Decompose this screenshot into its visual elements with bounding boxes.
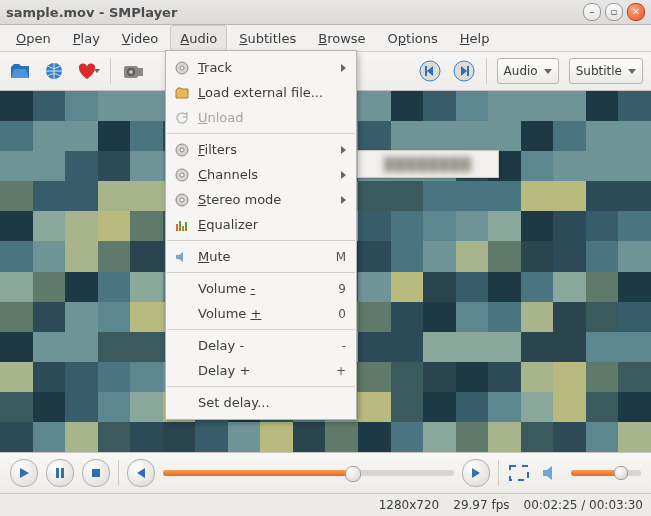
menu-open[interactable]: Open xyxy=(6,25,61,51)
disc-icon xyxy=(174,142,190,158)
menu-options[interactable]: Options xyxy=(378,25,448,51)
maximize-button[interactable]: ▫ xyxy=(605,3,623,21)
rewind-button[interactable] xyxy=(127,459,155,487)
status-resolution: 1280x720 xyxy=(379,498,440,512)
menu-bar: Open Play Video Audio Subtitles Browse O… xyxy=(0,25,651,52)
disc-icon xyxy=(174,60,190,76)
menu-browse[interactable]: Browse xyxy=(308,25,375,51)
skip-forward-icon[interactable] xyxy=(452,59,476,83)
separator xyxy=(498,460,499,486)
svg-rect-12 xyxy=(510,466,528,480)
submenu-arrow-icon xyxy=(341,171,346,179)
volume-slider[interactable] xyxy=(571,470,641,476)
menu-item-set-delay[interactable]: Set delay... xyxy=(166,390,356,415)
svg-rect-6 xyxy=(425,66,427,76)
svg-rect-11 xyxy=(92,469,100,477)
seek-thumb[interactable] xyxy=(345,466,361,482)
seek-slider[interactable] xyxy=(163,470,454,476)
svg-point-3 xyxy=(129,70,133,74)
menu-item-mute[interactable]: MuteM xyxy=(166,244,356,269)
window-title: sample.mov - SMPlayer xyxy=(6,5,177,20)
fullscreen-icon[interactable] xyxy=(507,461,531,485)
title-bar: sample.mov - SMPlayer – ▫ ✕ xyxy=(0,0,651,25)
svg-rect-22 xyxy=(179,221,181,231)
reload-icon xyxy=(174,110,190,126)
close-button[interactable]: ✕ xyxy=(627,3,645,21)
status-time: 00:02:25 / 00:03:30 xyxy=(524,498,643,512)
svg-rect-24 xyxy=(185,222,187,231)
disc-icon xyxy=(174,167,190,183)
equalizer-icon xyxy=(174,217,190,233)
mute-icon xyxy=(174,249,190,265)
chevron-down-icon xyxy=(544,69,552,74)
separator xyxy=(110,58,111,84)
svg-point-18 xyxy=(180,173,184,177)
svg-rect-8 xyxy=(467,66,469,76)
play-button[interactable] xyxy=(10,459,38,487)
menu-item-track[interactable]: Track xyxy=(166,55,356,80)
status-fps: 29.97 fps xyxy=(453,498,509,512)
status-bar: 1280x720 29.97 fps 00:02:25 / 00:03:30 xyxy=(0,493,651,516)
forward-button[interactable] xyxy=(462,459,490,487)
audio-select-label: Audio xyxy=(504,64,538,78)
submenu-arrow-icon xyxy=(341,64,346,72)
subtitle-select-label: Subtitle xyxy=(576,64,622,78)
open-url-icon[interactable] xyxy=(42,59,66,83)
submenu-arrow-icon xyxy=(341,196,346,204)
menu-item-delay-down[interactable]: Delay -- xyxy=(166,333,356,358)
menu-item-delay-up[interactable]: Delay ++ xyxy=(166,358,356,383)
svg-point-20 xyxy=(180,198,184,202)
svg-rect-9 xyxy=(56,468,59,478)
svg-point-16 xyxy=(180,148,184,152)
menu-subtitles[interactable]: Subtitles xyxy=(229,25,306,51)
menu-item-channels[interactable]: Channels xyxy=(166,162,356,187)
svg-rect-10 xyxy=(61,468,64,478)
menu-help[interactable]: Help xyxy=(450,25,500,51)
svg-rect-23 xyxy=(182,226,184,231)
submenu-arrow-icon xyxy=(341,146,346,154)
minimize-button[interactable]: – xyxy=(583,3,601,21)
menu-item-load-external[interactable]: Load external file... xyxy=(166,80,356,105)
audio-menu: Track Load external file... Unload Filte… xyxy=(165,50,357,420)
separator xyxy=(486,58,487,84)
volume-thumb[interactable] xyxy=(614,466,628,480)
subtitle-select-button[interactable]: Subtitle xyxy=(569,58,643,84)
playback-controls xyxy=(0,452,651,493)
chevron-down-icon xyxy=(628,69,636,74)
menu-item-filters[interactable]: Filters xyxy=(166,137,356,162)
svg-rect-4 xyxy=(138,68,143,76)
menu-item-volume-down[interactable]: Volume -9 xyxy=(166,276,356,301)
menu-video[interactable]: Video xyxy=(112,25,168,51)
camera-icon[interactable] xyxy=(121,59,145,83)
skip-back-icon[interactable] xyxy=(418,59,442,83)
svg-point-14 xyxy=(180,66,184,70)
audio-select-button[interactable]: Audio xyxy=(497,58,559,84)
menu-audio[interactable]: Audio xyxy=(170,25,227,51)
menu-play[interactable]: Play xyxy=(63,25,110,51)
separator xyxy=(118,460,119,486)
pause-button[interactable] xyxy=(46,459,74,487)
tooltip: ████████ xyxy=(357,150,499,178)
favorites-icon[interactable] xyxy=(76,59,100,83)
menu-item-unload: Unload xyxy=(166,105,356,130)
stop-button[interactable] xyxy=(82,459,110,487)
menu-item-stereo[interactable]: Stereo mode xyxy=(166,187,356,212)
open-file-icon[interactable] xyxy=(8,59,32,83)
disc-icon xyxy=(174,192,190,208)
volume-icon[interactable] xyxy=(539,461,563,485)
folder-icon xyxy=(174,85,190,101)
svg-rect-21 xyxy=(176,224,178,231)
menu-item-volume-up[interactable]: Volume +0 xyxy=(166,301,356,326)
menu-item-equalizer[interactable]: Equalizer xyxy=(166,212,356,237)
